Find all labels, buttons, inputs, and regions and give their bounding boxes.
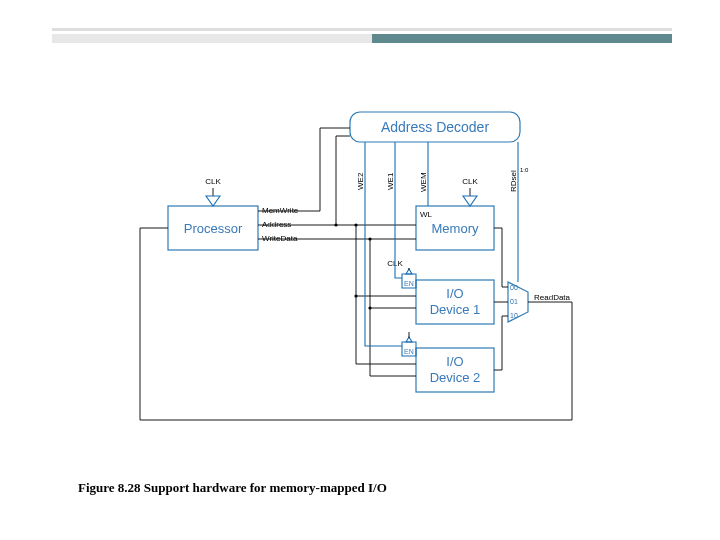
dot-wd-down: [368, 237, 371, 240]
memory-label: Memory: [432, 221, 479, 236]
mux-label-01: 01: [510, 298, 518, 305]
mux-label-10: 10: [510, 312, 518, 319]
mux-label-00: 00: [510, 284, 518, 291]
diagram-svg: Address Decoder Processor Memory I/O Dev…: [120, 100, 630, 460]
rdsel-sub: 1:0: [520, 167, 529, 173]
address-branch-up: [336, 136, 350, 225]
writedata-label: WriteData: [262, 234, 298, 243]
dot-addr-up: [334, 223, 337, 226]
figure-caption: Figure 8.28 Support hardware for memory-…: [78, 480, 387, 496]
dot-wd-io1: [368, 306, 371, 309]
io2-line1: I/O: [446, 354, 463, 369]
io1-line2: Device 1: [430, 302, 481, 317]
we2-label: WE2: [356, 172, 365, 190]
clk-memory-label: CLK: [462, 177, 478, 186]
divider-thick-left: [52, 34, 372, 43]
rdsel-label: RDsel: [509, 170, 518, 192]
address-decoder-label: Address Decoder: [381, 119, 490, 135]
io2-out-wire: [494, 316, 508, 370]
en-label-io1: EN: [404, 280, 414, 287]
io2-line2: Device 2: [430, 370, 481, 385]
wem-label: WEM: [419, 172, 428, 192]
en-label-io2: EN: [404, 348, 414, 355]
clk-processor-label: CLK: [205, 177, 221, 186]
we2-to-io2: [365, 196, 402, 346]
memwrite-label: MemWrite: [262, 206, 299, 215]
address-label: Address: [262, 220, 291, 229]
divider-thick-right: [372, 34, 672, 43]
mem-out-wire: [494, 228, 508, 287]
readdata-label: ReadData: [534, 293, 571, 302]
io1-line1: I/O: [446, 286, 463, 301]
divider-thin: [52, 28, 672, 31]
clk-mem-triangle: [463, 196, 477, 206]
dot-addr-down: [354, 223, 357, 226]
dot-addr-io1: [354, 294, 357, 297]
we1-label: WE1: [386, 172, 395, 190]
slide-divider: [52, 28, 672, 42]
processor-label: Processor: [184, 221, 243, 236]
wl-label: WL: [420, 210, 433, 219]
clk-proc-triangle: [206, 196, 220, 206]
